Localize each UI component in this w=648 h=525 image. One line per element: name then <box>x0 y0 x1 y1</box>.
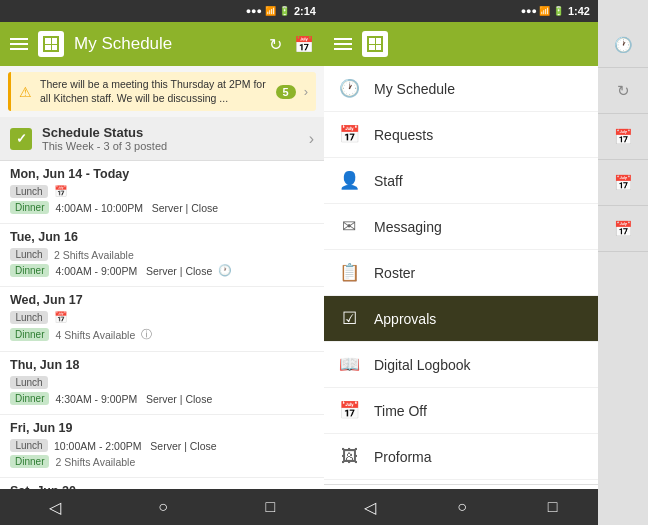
menu-items: 🕐 My Schedule 📅 Requests 👤 Staff ✉ Messa… <box>324 66 598 489</box>
bottom-nav-left: ◁ ○ □ <box>0 489 324 525</box>
shift-row-thu-dinner[interactable]: Dinner 4:30AM - 9:00PM Server | Close <box>10 392 314 405</box>
time-left: 2:14 <box>294 5 316 17</box>
side-strip-item-4: 📅 <box>598 160 648 206</box>
shift-detail-wed-dinner: 4 Shifts Available <box>55 329 135 341</box>
app-title-left: My Schedule <box>74 34 259 54</box>
app-logo-right <box>362 31 388 57</box>
schedule-status-bar[interactable]: Schedule Status This Week - 3 of 3 poste… <box>0 117 324 161</box>
approvals-icon: ☑ <box>338 308 360 329</box>
menu-divider <box>324 484 598 485</box>
warning-icon: ⚠ <box>19 84 32 100</box>
side-strip-icon-2: ↻ <box>617 82 630 100</box>
proforma-icon: 🖼 <box>338 447 360 467</box>
side-strip-item-3: 📅 <box>598 114 648 160</box>
check-icon <box>10 128 32 150</box>
right-panel: ●●● 📶 🔋 1:42 🕐 My Schedule 📅 Requests <box>324 0 648 525</box>
shift-row-mon-dinner[interactable]: Dinner 4:00AM - 10:00PM Server | Close <box>10 201 314 214</box>
side-strip-item-1: 🕐 <box>598 22 648 68</box>
refresh-icon[interactable]: ↻ <box>269 35 282 54</box>
shift-row-tue-dinner[interactable]: Dinner 4:00AM - 9:00PM Server | Close 🕐 <box>10 264 314 277</box>
shift-detail-mon-dinner: 4:00AM - 10:00PM Server | Close <box>55 202 218 214</box>
side-strip-icon-4: 📅 <box>614 174 633 192</box>
menu-item-my-schedule[interactable]: 🕐 My Schedule <box>324 66 598 112</box>
menu-item-digital-logbook[interactable]: 📖 Digital Logbook <box>324 342 598 388</box>
shift-detail-fri-dinner: 2 Shifts Available <box>55 456 135 468</box>
hamburger-menu-button[interactable] <box>10 38 28 50</box>
menu-item-label-proforma: Proforma <box>374 449 432 465</box>
bottom-nav-right: ◁ ○ □ <box>324 489 598 525</box>
menu-item-staff[interactable]: 👤 Staff <box>324 158 598 204</box>
shift-row-fri-dinner[interactable]: Dinner 2 Shifts Available <box>10 455 314 468</box>
shift-row-wed-dinner[interactable]: Dinner 4 Shifts Available ⓘ <box>10 327 314 342</box>
day-header-mon: Mon, Jun 14 - Today <box>10 167 314 181</box>
time-off-icon: 📅 <box>338 400 360 421</box>
menu-item-messaging[interactable]: ✉ Messaging <box>324 204 598 250</box>
shift-detail-tue-dinner: 4:00AM - 9:00PM Server | Close <box>55 265 212 277</box>
messaging-icon: ✉ <box>338 216 360 237</box>
calendar-icon[interactable]: 📅 <box>294 35 314 54</box>
day-header-thu: Thu, Jun 18 <box>10 358 314 372</box>
home-button-right[interactable]: ○ <box>457 498 467 516</box>
top-bar-left: My Schedule ↻ 📅 <box>0 22 324 66</box>
schedule-list: Mon, Jun 14 - Today Lunch 📅 Dinner 4:00A… <box>0 161 324 489</box>
day-header-fri: Fri, Jun 19 <box>10 421 314 435</box>
menu-item-time-off[interactable]: 📅 Time Off <box>324 388 598 434</box>
schedule-status-text: Schedule Status This Week - 3 of 3 poste… <box>42 125 309 152</box>
menu-item-label-time-off: Time Off <box>374 403 427 419</box>
shift-detail-tue-lunch: 2 Shifts Available <box>54 249 134 261</box>
menu-item-label-my-schedule: My Schedule <box>374 81 455 97</box>
shift-label-lunch-fri: Lunch <box>10 439 48 452</box>
status-bar-right: ●●● 📶 🔋 1:42 <box>324 0 598 22</box>
day-header-wed: Wed, Jun 17 <box>10 293 314 307</box>
shift-label-dinner-tue: Dinner <box>10 264 49 277</box>
calendar-small-icon: 📅 <box>54 185 68 198</box>
info-icon: ⓘ <box>141 327 152 342</box>
menu-item-label-approvals: Approvals <box>374 311 436 327</box>
menu-item-approvals[interactable]: ☑ Approvals <box>324 296 598 342</box>
notification-badge: 5 <box>276 85 296 99</box>
requests-icon: 📅 <box>338 124 360 145</box>
shift-row-fri-lunch[interactable]: Lunch 10:00AM - 2:00PM Server | Close <box>10 439 314 452</box>
shift-label-dinner-thu: Dinner <box>10 392 49 405</box>
menu-item-label-roster: Roster <box>374 265 415 281</box>
status-bar-left: ●●● 📶 🔋 2:14 <box>0 0 324 22</box>
side-strip-icon-3: 📅 <box>614 128 633 146</box>
status-icons-left: ●●● 📶 🔋 <box>246 6 290 16</box>
shift-detail-thu-dinner: 4:30AM - 9:00PM Server | Close <box>55 393 212 405</box>
hamburger-menu-button-right[interactable] <box>334 38 352 50</box>
shift-label-dinner-fri: Dinner <box>10 455 49 468</box>
day-section-mon: Mon, Jun 14 - Today Lunch 📅 Dinner 4:00A… <box>0 161 324 224</box>
shift-row-tue-lunch[interactable]: Lunch 2 Shifts Available <box>10 248 314 261</box>
notification-text: There will be a meeting this Thursday at… <box>40 78 268 105</box>
recents-button-right[interactable]: □ <box>548 498 558 516</box>
day-section-fri: Fri, Jun 19 Lunch 10:00AM - 2:00PM Serve… <box>0 415 324 478</box>
back-button-right[interactable]: ◁ <box>364 498 376 517</box>
side-strip-item-5: 📅 <box>598 206 648 252</box>
shift-label-lunch: Lunch <box>10 185 48 198</box>
shift-row-mon-lunch[interactable]: Lunch 📅 <box>10 185 314 198</box>
menu-panel: ●●● 📶 🔋 1:42 🕐 My Schedule 📅 Requests <box>324 0 598 525</box>
shift-label-lunch-thu: Lunch <box>10 376 48 389</box>
shift-label-dinner: Dinner <box>10 201 49 214</box>
shift-label-lunch-wed: Lunch <box>10 311 48 324</box>
schedule-status-subtitle: This Week - 3 of 3 posted <box>42 140 309 152</box>
home-button[interactable]: ○ <box>158 498 168 516</box>
notification-bar[interactable]: ⚠ There will be a meeting this Thursday … <box>8 72 316 111</box>
shift-row-thu-lunch[interactable]: Lunch <box>10 376 314 389</box>
recents-button[interactable]: □ <box>266 498 276 516</box>
back-button[interactable]: ◁ <box>49 498 61 517</box>
notification-arrow-icon: › <box>304 84 308 99</box>
shift-row-wed-lunch[interactable]: Lunch 📅 <box>10 311 314 324</box>
calendar-wed-icon: 📅 <box>54 311 68 324</box>
menu-item-requests[interactable]: 📅 Requests <box>324 112 598 158</box>
shift-detail-fri-lunch: 10:00AM - 2:00PM Server | Close <box>54 440 217 452</box>
menu-item-label-digital-logbook: Digital Logbook <box>374 357 471 373</box>
menu-item-proforma[interactable]: 🖼 Proforma <box>324 434 598 480</box>
menu-item-roster[interactable]: 📋 Roster <box>324 250 598 296</box>
schedule-status-arrow-icon: › <box>309 130 314 148</box>
day-header-tue: Tue, Jun 16 <box>10 230 314 244</box>
top-bar-right <box>324 22 598 66</box>
clock-icon: 🕐 <box>218 264 232 277</box>
day-section-wed: Wed, Jun 17 Lunch 📅 Dinner 4 Shifts Avai… <box>0 287 324 352</box>
app-logo <box>38 31 64 57</box>
